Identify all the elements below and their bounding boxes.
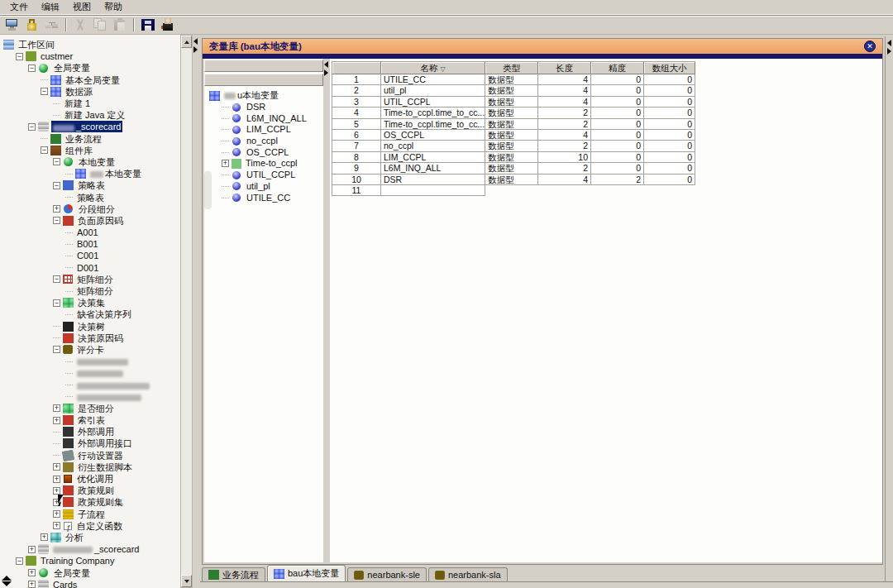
table-cell[interactable]: 0 xyxy=(644,163,695,174)
collapse-box-icon[interactable]: − xyxy=(16,557,23,565)
row-number-cell[interactable]: 11 xyxy=(332,185,381,196)
table-cell[interactable]: 0 xyxy=(591,152,644,163)
table-row[interactable]: 2util_pl数据型400 xyxy=(332,85,695,96)
table-cell[interactable]: 0 xyxy=(644,130,695,141)
table-cell[interactable]: OS_CCPL xyxy=(381,130,485,141)
tree-item[interactable]: −Training Company xyxy=(0,555,180,566)
publish-button[interactable] xyxy=(159,17,177,33)
table-row[interactable]: 9L6M_INQ_ALL数据型200 xyxy=(332,163,695,174)
tree-item[interactable]: −负面原因码 xyxy=(0,215,180,227)
collapse-box-icon[interactable]: − xyxy=(53,346,60,353)
table-cell[interactable] xyxy=(381,185,485,196)
tree-scrollbar[interactable] xyxy=(180,35,193,588)
tab-bau[interactable]: bau本地变量 xyxy=(267,565,346,581)
pane-header-bar[interactable] xyxy=(204,60,323,72)
table-cell[interactable]: 0 xyxy=(591,97,644,108)
tree-item[interactable]: 矩阵细分 xyxy=(0,285,180,297)
tree-item[interactable]: 外部调用接口 xyxy=(0,437,180,449)
table-cell[interactable]: 0 xyxy=(591,85,644,96)
table-cell[interactable]: LIM_CCPL xyxy=(381,152,485,163)
tree-item[interactable]: +Time-to_ccpl xyxy=(206,158,323,170)
expand-box-icon[interactable]: + xyxy=(53,417,60,424)
table-cell[interactable]: 数据型 xyxy=(485,174,538,185)
tree-item[interactable]: +分析 xyxy=(0,532,180,543)
tree-item[interactable]: 工作区间 xyxy=(0,39,180,50)
table-cell[interactable]: 4 xyxy=(538,74,591,85)
table-row[interactable]: 3UTIL_CCPL数据型400 xyxy=(332,97,695,108)
tree-item[interactable]: 缺省决策序列 xyxy=(0,308,180,320)
table-cell[interactable]: 0 xyxy=(644,108,695,118)
table-row[interactable]: 10DSR数据型420 xyxy=(332,174,695,185)
tree-item[interactable]: −全局变量 xyxy=(0,62,180,74)
tree-item[interactable]: +优化调用 xyxy=(0,473,180,485)
table-cell[interactable]: 0 xyxy=(591,141,644,151)
row-number-cell[interactable]: 6 xyxy=(332,130,381,141)
tree-splitter[interactable] xyxy=(193,35,200,588)
row-number-cell[interactable]: 7 xyxy=(332,141,381,151)
tree-item[interactable]: −本地变量 xyxy=(0,156,180,168)
tree-item[interactable]: 策略表 xyxy=(0,191,180,203)
table-cell[interactable]: 数据型 xyxy=(485,108,538,118)
table-cell[interactable]: 0 xyxy=(644,97,695,108)
table-cell[interactable]: 数据型 xyxy=(485,85,538,96)
expand-box-icon[interactable]: + xyxy=(53,404,60,412)
table-row[interactable]: 1UTILE_CC数据型400 xyxy=(332,74,695,85)
tree-item[interactable]: DSR xyxy=(206,102,323,113)
table-cell[interactable]: 0 xyxy=(644,152,695,163)
row-number-header[interactable] xyxy=(332,62,381,74)
table-cell[interactable]: 0 xyxy=(644,141,695,151)
column-header[interactable]: 类型 xyxy=(485,62,538,74)
expand-box-icon[interactable]: + xyxy=(222,160,229,167)
tree-item[interactable]: 决策树 xyxy=(0,321,180,332)
row-number-cell[interactable]: 3 xyxy=(332,97,381,108)
tree-item[interactable]: UTIL_CCPL xyxy=(206,170,323,181)
row-number-cell[interactable]: 4 xyxy=(332,108,381,118)
tab-nearbank-sle[interactable]: nearbank-sle xyxy=(347,567,427,581)
column-header[interactable]: 名称▽ xyxy=(381,62,485,74)
tab-nearbank-sla[interactable]: nearbank-sla xyxy=(428,567,508,581)
tree-item[interactable]: util_pl xyxy=(206,181,323,193)
collapse-box-icon[interactable]: − xyxy=(28,65,36,72)
tree-item[interactable]: +政策规则 xyxy=(0,485,180,496)
table-cell[interactable]: 0 xyxy=(644,174,695,185)
tree-item[interactable]: OS_CCPL xyxy=(206,146,323,158)
expand-right-icon[interactable] xyxy=(193,46,198,53)
expand-box-icon[interactable]: + xyxy=(53,205,60,213)
table-cell[interactable]: Time-to_ccpl.time_to_cc... xyxy=(381,119,485,130)
menu-help[interactable]: 帮助 xyxy=(98,0,129,14)
tree-item[interactable]: UTILE_CC xyxy=(206,192,323,203)
collapse-box-icon[interactable]: − xyxy=(53,275,60,283)
menu-view[interactable]: 视图 xyxy=(66,0,98,14)
tree-item[interactable]: +Cards xyxy=(0,579,180,588)
tree-item[interactable]: 本地变量 xyxy=(0,168,180,179)
table-cell[interactable]: 2 xyxy=(538,141,591,151)
table-cell[interactable]: 0 xyxy=(591,119,644,130)
table-row[interactable]: 4Time-to_ccpl.time_to_cc...数据型200 xyxy=(332,108,695,118)
collapse-left-icon[interactable] xyxy=(324,61,328,68)
tree-item[interactable]: +自定义函数 xyxy=(0,520,180,532)
tree-item[interactable] xyxy=(0,356,180,367)
pane-header-bar[interactable] xyxy=(204,74,323,86)
panel-title-bar[interactable]: 变量库 (bau本地变量) ✕ xyxy=(203,39,882,54)
lock-button[interactable] xyxy=(23,17,41,33)
menu-edit[interactable]: 编辑 xyxy=(35,0,66,14)
tree-item[interactable]: no_ccpl xyxy=(206,136,323,147)
table-cell[interactable]: UTILE_CC xyxy=(381,74,485,85)
expand-right-icon[interactable] xyxy=(887,48,891,55)
table-cell[interactable]: 数据型 xyxy=(485,119,538,130)
expand-box-icon[interactable]: + xyxy=(53,476,60,483)
table-cell[interactable]: 0 xyxy=(591,163,644,174)
table-cell[interactable]: 0 xyxy=(591,130,644,141)
tree-item[interactable]: −custmer xyxy=(0,50,180,62)
tree-item[interactable]: +是否细分 xyxy=(0,403,180,414)
scroll-down-button[interactable] xyxy=(181,575,192,587)
inner-splitter[interactable] xyxy=(323,59,330,564)
column-header[interactable]: 数组大小 xyxy=(644,62,695,74)
tree-item[interactable]: −组件库 xyxy=(0,145,180,156)
tree-item[interactable]: u本地变量 xyxy=(206,90,323,102)
tree-item[interactable]: −_scorecard xyxy=(0,121,180,132)
table-cell[interactable]: 数据型 xyxy=(485,130,538,141)
table-row[interactable]: 8LIM_CCPL数据型1000 xyxy=(332,152,695,163)
tree-item[interactable]: 行动设置器 xyxy=(0,450,180,461)
column-header[interactable]: 精度 xyxy=(591,62,644,74)
